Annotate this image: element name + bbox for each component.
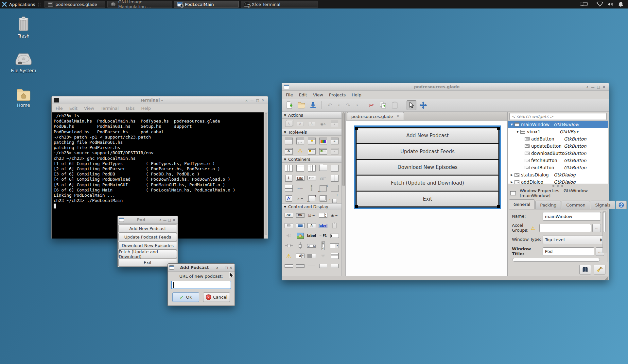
palette-togglebutton[interactable]: ON [294, 211, 306, 220]
properties-hscrollbar[interactable] [513, 258, 600, 262]
palette-scalebutton[interactable] [329, 221, 340, 230]
docs-button[interactable] [579, 265, 591, 274]
expander-right-icon[interactable]: ▶ [510, 180, 514, 184]
palette-spinner[interactable]: ✳ [317, 251, 329, 260]
palette-table[interactable] [306, 163, 317, 173]
maximize-button[interactable]: □ [224, 266, 229, 270]
tree-row-fetchbutton[interactable]: fetchButtonGtkButton [508, 157, 608, 164]
palette-button[interactable]: OK [283, 211, 294, 220]
palette-viewport[interactable]: ↕↔ [306, 194, 317, 203]
canvas-surface[interactable]: Add New Podcast Update Podcast Feeds Dow… [346, 121, 507, 276]
tree-row-mainwindow[interactable]: ▼mainWindowGtkWindow [508, 121, 608, 128]
palette-about-dialog[interactable] [317, 146, 329, 156]
resize-grip[interactable] [605, 277, 608, 280]
palette-iconview[interactable] [329, 261, 340, 271]
shade-button[interactable]: ∧ [244, 98, 249, 102]
tab-close-icon[interactable]: ✕ [396, 114, 400, 119]
menu-file[interactable]: File [56, 106, 63, 111]
design-fetch-button[interactable]: Fetch (Update and Download) [357, 175, 498, 190]
palette-separator[interactable] [306, 261, 317, 271]
palette-vpaned[interactable] [283, 184, 294, 193]
minimize-button[interactable]: — [590, 85, 596, 89]
glade-titlebar[interactable]: podresources.glade ∧ — □ ✕ [282, 83, 609, 91]
tab-general[interactable]: General [509, 199, 535, 209]
palette-fontbutton[interactable]: A [306, 221, 317, 230]
display-icon[interactable] [580, 1, 588, 8]
palette-vscale[interactable] [294, 241, 306, 250]
palette-image[interactable] [294, 231, 306, 240]
selection-handle[interactable] [497, 127, 500, 130]
palette-warning-dialog[interactable]: ⚠ [294, 146, 306, 156]
save-icon[interactable] [308, 100, 318, 110]
palette-color-selection-dialog[interactable] [317, 136, 329, 145]
palette-dialog[interactable] [294, 136, 306, 145]
new-icon[interactable] [285, 100, 294, 110]
drag-resize-icon[interactable] [418, 100, 428, 110]
palette-vscrollbar[interactable]: ▴▾ [317, 241, 329, 250]
palette-warning[interactable]: ⚠ [283, 251, 294, 260]
taskbar-item-podlocalmain[interactable]: 2 PodLocalMain [174, 1, 239, 8]
selection-handle[interactable] [355, 205, 358, 208]
design-download-button[interactable]: Download New Episodes [357, 160, 498, 175]
menu-projects[interactable]: Projects [329, 92, 346, 97]
palette-hscale[interactable] [283, 241, 294, 250]
palette-radiobutton[interactable]: ◉ − [329, 211, 340, 220]
redo-dropdown-icon[interactable]: ▾ [355, 100, 359, 110]
menu-terminal[interactable]: Terminal [101, 106, 119, 111]
palette-accellabel[interactable]: − F1 [317, 231, 329, 240]
palette-fixed[interactable]: ↑← [329, 194, 340, 203]
volume-icon[interactable] [606, 1, 614, 8]
fetch-button[interactable]: Fetch (Update and Download) [118, 250, 177, 258]
palette-hpaned[interactable] [329, 174, 340, 183]
palette-assistant[interactable]: ≡ [329, 146, 340, 156]
palette-toolbar[interactable] [306, 174, 317, 183]
tree-row-adddialog[interactable]: ▶addDialogGtkDialog [508, 178, 608, 184]
maximize-button[interactable]: □ [596, 85, 601, 89]
palette-curve[interactable] [283, 194, 294, 203]
desktop-icon-trash[interactable]: Trash [6, 16, 42, 39]
tree-row-addbutton[interactable]: addButtonGtkButton [508, 135, 608, 142]
add-podcast-titlebar[interactable]: Add Podcast ∧ — □ ✕ [168, 264, 235, 272]
palette-action[interactable]: A [294, 119, 306, 128]
palette-file-chooser-dialog[interactable]: ▤ [329, 136, 340, 145]
menu-edit[interactable]: Edit [69, 106, 78, 111]
menu-edit[interactable]: Edit [299, 92, 307, 97]
stepper-icons[interactable]: ▲▼ [600, 238, 602, 242]
shade-button[interactable]: ∧ [158, 218, 163, 222]
palette-section-containers[interactable]: ▼Containers [282, 156, 341, 163]
menu-view[interactable]: View [84, 106, 94, 111]
maximize-button[interactable]: □ [167, 218, 172, 222]
menu-tabs[interactable]: Tabs [125, 106, 135, 111]
selection-handle[interactable] [497, 205, 500, 208]
palette-treeview[interactable] [317, 261, 329, 271]
palette-menubar[interactable]: File [294, 174, 306, 183]
design-add-button[interactable]: Add New Podcast [357, 128, 498, 143]
terminal-scrollbar[interactable] [264, 112, 268, 239]
cut-icon[interactable]: ✂ [366, 100, 376, 110]
accel-groups-more-button[interactable]: ... [592, 224, 601, 232]
tab-signals[interactable]: Signals [591, 201, 615, 209]
design-exit-button[interactable]: Exit [357, 191, 498, 207]
palette-vbuttonbox[interactable]: ▫▫▫ [306, 184, 317, 193]
shade-button[interactable]: ∧ [215, 266, 219, 270]
menu-file[interactable]: File [286, 92, 293, 97]
palette-checkbutton[interactable]: ☑ − [306, 211, 317, 220]
palette-label[interactable]: label [306, 231, 317, 240]
tree-row-statusdialog[interactable]: ▶statusDialogGtkDialog [508, 171, 608, 178]
palette-section-toplevels[interactable]: ▼Toplevels [282, 129, 341, 136]
cancel-button[interactable]: ✕Cancel [203, 292, 230, 302]
menu-help[interactable]: Help [141, 106, 151, 111]
palette-input-dialog[interactable] [306, 146, 317, 156]
redo-icon[interactable]: ↷ [343, 100, 353, 110]
palette-scrolledwindow[interactable] [317, 194, 329, 203]
close-button[interactable]: ✕ [229, 266, 233, 270]
palette-progressbar[interactable] [283, 261, 294, 271]
palette-font-selection-dialog[interactable]: A [283, 146, 294, 156]
palette-linkbutton[interactable]: label [317, 221, 329, 230]
palette-switch[interactable] [306, 251, 317, 260]
taskbar-item-glade[interactable]: podresources.glade [44, 1, 105, 8]
palette-message-dialog[interactable] [306, 136, 317, 145]
maximize-button[interactable]: □ [255, 98, 260, 102]
palette-colorbutton[interactable] [294, 221, 306, 230]
palette-vbox[interactable] [294, 163, 306, 173]
